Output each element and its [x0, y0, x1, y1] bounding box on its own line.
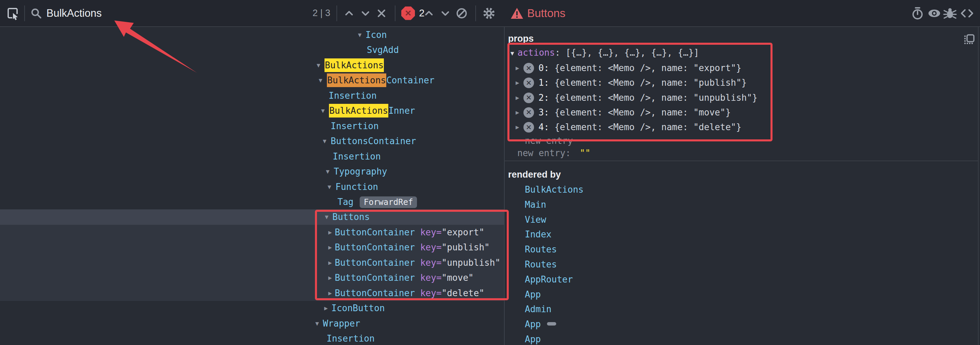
prop-row-actions[interactable]: ▾actions: [{…}, {…}, {…}, {…}, {…}] — [505, 45, 980, 60]
settings-button[interactable] — [482, 0, 496, 26]
delete-entry-button[interactable]: ✕ — [523, 93, 534, 103]
prop-row-action-1[interactable]: ▸✕1: {element: <Memo />, name: "publish"… — [505, 75, 980, 90]
tree-row-function[interactable]: ▾Function — [0, 179, 504, 195]
copy-props-button[interactable] — [963, 34, 975, 45]
tree-row-icon[interactable]: ▾Icon — [0, 27, 504, 43]
react-devtools-window: 2 | 3 ✕ 2 — [0, 0, 980, 345]
tree-row-bulkactionsinner[interactable]: ▾BulkActionsInner — [0, 103, 504, 118]
prop-value: {element: <Memo />, name: "export"} — [555, 63, 741, 73]
search-input[interactable] — [46, 7, 251, 19]
tree-row-insertion-1[interactable]: Insertion — [0, 88, 504, 104]
collapse-arrow-icon[interactable]: ▾ — [326, 164, 329, 179]
tree-row-buttonscontainer[interactable]: ▾ButtonsContainer — [0, 134, 504, 149]
component-name-text: Typography — [334, 166, 387, 177]
component-name-text: Container — [386, 75, 434, 85]
delete-entry-button[interactable]: ✕ — [523, 63, 534, 73]
new-entry-label[interactable]: new entry: — [517, 145, 576, 161]
prop-row-action-3[interactable]: ▸✕3: {element: <Memo />, name: "move"} — [505, 105, 980, 120]
tree-row-typography[interactable]: ▾Typography — [0, 164, 504, 179]
tree-row-buttoncontainer-export[interactable]: ▸ButtonContainer key="export" — [0, 225, 504, 240]
rendered-by-item-approuter-6[interactable]: AppRouter — [525, 272, 573, 287]
component-name-text: ButtonContainer — [335, 242, 415, 252]
delete-entry-button[interactable]: ✕ — [523, 107, 534, 118]
tree-row-buttoncontainer-unpublish[interactable]: ▸ButtonContainer key="unpublish" — [0, 255, 504, 270]
inspect-element-button[interactable] — [5, 0, 20, 26]
scrollbar-track[interactable] — [978, 27, 978, 345]
delete-entry-button[interactable]: ✕ — [523, 122, 534, 133]
expand-arrow-icon[interactable]: ▸ — [515, 90, 519, 105]
expand-arrow-icon[interactable]: ▸ — [515, 61, 519, 75]
expand-arrow-icon[interactable]: ▸ — [328, 270, 332, 286]
collapse-arrow-icon[interactable]: ▾ — [321, 103, 325, 118]
next-error-button[interactable] — [440, 0, 450, 26]
new-entry-row-props[interactable]: new entry: "" — [505, 145, 980, 161]
rendered-by-item-admin-8[interactable]: Admin — [525, 302, 551, 317]
search-match-count: 2 | 3 — [313, 0, 330, 26]
tree-row-svgadd[interactable]: SvgAdd — [0, 42, 504, 58]
rendered-by-item-bulkactions-0[interactable]: BulkActions — [525, 182, 584, 197]
previous-error-button[interactable] — [424, 0, 434, 26]
key-value: "publish" — [442, 242, 490, 252]
expand-arrow-icon[interactable]: ▸ — [328, 225, 332, 240]
rendered-by-item-index-3[interactable]: Index — [525, 227, 551, 242]
rendered-by-item-app-10[interactable]: App — [525, 332, 541, 345]
expand-arrow-icon[interactable]: ▸ — [515, 120, 519, 134]
collapse-arrow-icon[interactable]: ▾ — [511, 49, 514, 58]
new-entry-value-input[interactable]: "" — [580, 145, 590, 161]
expand-arrow-icon[interactable]: ▸ — [324, 300, 328, 316]
tree-row-tag[interactable]: TagForwardRef — [0, 194, 504, 210]
prop-row-action-4[interactable]: ▸✕4: {element: <Memo />, name: "delete"} — [505, 120, 980, 134]
collapse-arrow-icon[interactable]: ▾ — [325, 209, 329, 225]
tree-row-bulkactions[interactable]: ▾BulkActions — [0, 58, 504, 73]
inspected-element-panel: props ▾actions: [{…}, {…}, {…}, {…}, {…}… — [504, 27, 980, 345]
expand-arrow-icon[interactable]: ▸ — [328, 255, 332, 270]
collapse-arrow-icon[interactable]: ▾ — [319, 73, 323, 88]
collapse-arrow-icon[interactable]: ▾ — [317, 58, 320, 73]
prop-row-action-2[interactable]: ▸✕2: {element: <Memo />, name: "unpublis… — [505, 90, 980, 105]
rendered-by-item-main-1[interactable]: Main — [525, 197, 546, 212]
rendered-by-item-app-7[interactable]: App — [525, 287, 541, 302]
debug-button[interactable] — [942, 0, 958, 26]
rendered-by-item-app-9[interactable]: App — [525, 317, 556, 332]
rendered-by-item-routes-5[interactable]: Routes — [525, 257, 557, 272]
tree-row-insertion-3[interactable]: Insertion — [0, 149, 504, 164]
key-value: "unpublish" — [442, 257, 500, 268]
collapse-arrow-icon[interactable]: ▾ — [328, 179, 331, 195]
expand-arrow-icon[interactable]: ▸ — [515, 75, 519, 90]
tree-row-insertion-4[interactable]: Insertion — [0, 331, 504, 345]
view-source-button[interactable] — [959, 0, 975, 26]
collapse-arrow-icon[interactable]: ▾ — [323, 134, 326, 149]
tree-row-wrapper[interactable]: ▾Wrapper — [0, 316, 504, 331]
error-icon: ✕ — [401, 6, 415, 20]
expand-arrow-icon[interactable]: ▸ — [515, 105, 519, 120]
prop-row-action-0[interactable]: ▸✕0: {element: <Memo />, name: "export"} — [505, 61, 980, 75]
tree-row-buttoncontainer-publish[interactable]: ▸ButtonContainer key="publish" — [0, 240, 504, 255]
component-name: ButtonContainer key="delete" — [335, 286, 484, 301]
tree-row-bulkactionscontainer[interactable]: ▾BulkActionsContainer — [0, 73, 504, 88]
rendered-by-item-view-2[interactable]: View — [525, 212, 546, 227]
tree-row-buttoncontainer-delete[interactable]: ▸ButtonContainer key="delete" — [0, 286, 504, 301]
tree-row-iconbutton[interactable]: ▸IconButton — [0, 300, 504, 316]
suspend-toggle-button[interactable] — [910, 0, 925, 26]
next-result-button[interactable] — [360, 0, 371, 26]
tree-row-buttoncontainer-move[interactable]: ▸ButtonContainer key="move" — [0, 270, 504, 286]
tree-row-buttons[interactable]: ▾Buttons — [0, 209, 504, 225]
previous-result-button[interactable] — [344, 0, 354, 26]
component-name: ButtonContainer key="move" — [335, 270, 474, 286]
clear-search-button[interactable] — [376, 0, 387, 26]
inspect-dom-button[interactable] — [927, 0, 942, 26]
key-attribute: key= — [415, 257, 442, 268]
rendered-by-item-routes-4[interactable]: Routes — [525, 242, 557, 257]
component-name-text: Insertion — [333, 151, 381, 161]
collapse-arrow-icon[interactable]: ▾ — [315, 316, 319, 331]
component-name-text: ButtonContainer — [335, 227, 415, 237]
stopwatch-icon — [910, 6, 925, 21]
delete-entry-button[interactable]: ✕ — [523, 78, 534, 88]
suppress-errors-button[interactable] — [455, 0, 468, 26]
prop-value-preview: : [{…}, {…}, {…}, {…}, {…}] — [555, 48, 699, 58]
expand-arrow-icon[interactable]: ▸ — [328, 286, 332, 301]
expand-arrow-icon[interactable]: ▸ — [328, 240, 332, 255]
component-name-text: ButtonContainer — [335, 288, 415, 298]
tree-row-insertion-2[interactable]: Insertion — [0, 118, 504, 134]
collapse-arrow-icon[interactable]: ▾ — [358, 27, 362, 43]
